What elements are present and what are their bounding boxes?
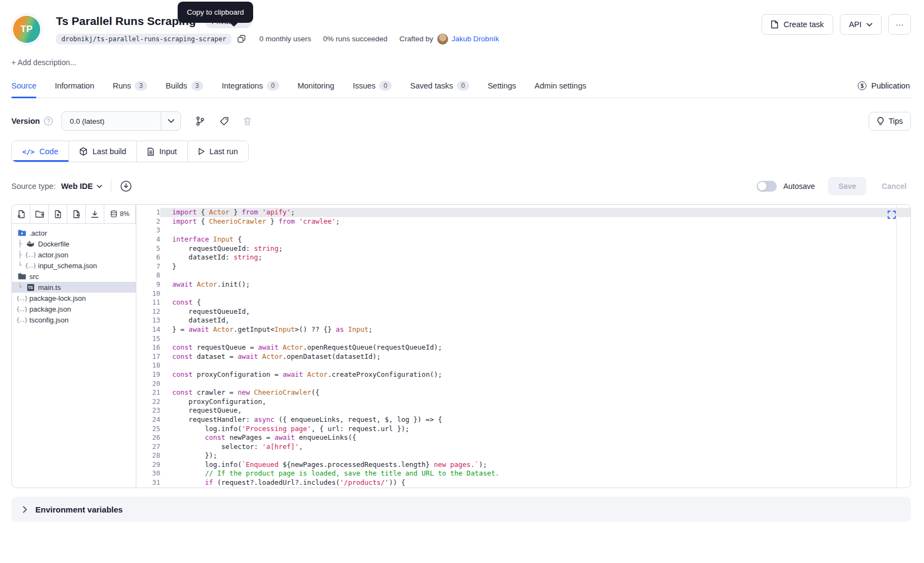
file-tree-item-main-ts[interactable]: └TSmain.ts [12,282,136,293]
more-actions-button[interactable]: ··· [888,14,911,35]
tab-settings[interactable]: Settings [488,74,516,98]
view-tab-input[interactable]: Input [136,141,187,162]
code-line[interactable]: 30 // If the product page is loaded, sav… [136,469,910,478]
line-number: 23 [136,406,160,415]
line-content: requestQueue, [160,406,910,415]
tab-source[interactable]: Source [11,74,36,98]
file-tree-item-src[interactable]: src [12,271,136,282]
code-line[interactable]: 25 log.info('Processing page', { url: re… [136,425,910,434]
tab-information[interactable]: Information [55,74,95,98]
code-line[interactable]: 4interface Input { [136,235,910,244]
line-number: 11 [136,298,160,307]
code-line[interactable]: 8 [136,271,910,280]
tab-issues[interactable]: Issues0 [353,74,392,98]
tab-monitoring[interactable]: Monitoring [298,74,335,98]
import-file-icon[interactable] [67,205,86,223]
copy-icon[interactable] [236,33,247,45]
code-line[interactable]: 2import { CheerioCrawler } from 'crawlee… [136,217,910,226]
file-tree-item--actor[interactable]: .actor [12,227,136,238]
tab-integrations[interactable]: Integrations0 [222,74,279,98]
tips-button[interactable]: Tips [869,112,911,131]
editor-scrollbar[interactable] [896,205,903,488]
file-tree-item-package-json[interactable]: {..}package.json [12,303,136,314]
code-line[interactable]: 11const { [136,298,910,307]
download-icon[interactable] [86,205,104,223]
tag-icon[interactable] [219,117,229,126]
code-line[interactable]: 23 requestQueue, [136,406,910,415]
help-icon[interactable] [44,117,53,125]
line-number: 4 [136,235,160,244]
autosave-toggle[interactable] [757,181,777,192]
add-description-link[interactable]: + Add description... [11,58,911,67]
version-select[interactable]: 0.0 (latest) [61,111,181,131]
api-button[interactable]: API [840,14,882,35]
source-type-select[interactable]: Web IDE [61,182,102,191]
tab-label: Saved tasks [410,81,453,90]
code-line[interactable]: 14} = await Actor.getInput<Input>() ?? {… [136,325,910,334]
line-content: const dataset = await Actor.openDataset(… [160,352,910,362]
upload-file-icon[interactable] [49,205,67,223]
tab-admin-settings[interactable]: Admin settings [535,74,586,98]
save-button[interactable]: Save [828,177,866,195]
view-tab-last-build[interactable]: Last build [68,141,136,162]
code-line[interactable]: 5 requestQueueId: string; [136,244,910,254]
file-name: actor.json [38,251,68,259]
tab-runs[interactable]: Runs3 [113,74,148,98]
git-branch-icon[interactable] [196,116,205,126]
code-line[interactable]: 20 [136,379,910,389]
code-line[interactable]: 12 requestQueueId, [136,307,910,317]
code-line[interactable]: 22 proxyConfiguration, [136,397,910,407]
file-tree-item-actor-json[interactable]: ├{..}actor.json [12,249,136,260]
chevron-down-icon [161,112,180,130]
environment-variables-panel[interactable]: Environment variables [11,497,911,522]
create-task-button[interactable]: Create task [762,14,833,35]
code-line[interactable]: 19const proxyConfiguration = await Actor… [136,370,910,379]
view-tab-label: Last build [92,147,126,156]
view-tab-code[interactable]: </>Code [12,141,68,162]
tree-connector: └ [18,283,26,291]
code-line[interactable]: 6 datasetId: string; [136,253,910,262]
line-number: 26 [136,433,160,442]
tab-publication[interactable]: Publication [858,74,910,98]
tab-builds[interactable]: Builds3 [166,74,203,98]
code-line[interactable]: 16const requestQueue = await Actor.openR… [136,343,910,352]
code-line[interactable]: 3 [136,226,910,235]
fullscreen-icon[interactable] [888,211,896,219]
code-line[interactable]: 17const dataset = await Actor.openDatase… [136,352,910,362]
line-number: 14 [136,325,160,334]
code-line[interactable]: 24 requestHandler: async ({ enqueueLinks… [136,415,910,425]
new-folder-icon[interactable] [30,205,49,223]
code-line[interactable]: 7} [136,262,910,271]
code-line[interactable]: 26 const newPages = await enqueueLinks({ [136,433,910,442]
tab-badge: 0 [267,81,279,91]
author-link[interactable]: Jakub Drobník [452,35,499,43]
delete-version-icon[interactable] [243,117,252,126]
code-line[interactable]: 18 [136,361,910,370]
code-line[interactable]: 27 selector: 'a[href]', [136,442,910,452]
file-tree-item-input-schema-json[interactable]: └{..}input_schema.json [12,260,136,271]
code-line[interactable]: 1import { Actor } from 'apify'; [136,208,910,217]
download-source-icon[interactable] [120,180,132,192]
code-line[interactable]: 29 log.info(`Enqueued ${newPages.process… [136,460,910,470]
code-line[interactable]: 31 if (request?.loadedUrl?.includes('/pr… [136,478,910,488]
tab-badge: 3 [191,81,204,91]
code-editor[interactable]: 1import { Actor } from 'apify';2import {… [136,205,910,488]
line-content: datasetId: string; [160,253,910,262]
file-tree-item-package-lock-json[interactable]: {..}package-lock.json [12,293,136,303]
code-line[interactable]: 13 datasetId, [136,316,910,325]
cancel-button[interactable]: Cancel [882,182,907,191]
code-line[interactable]: 21const crawler = new CheerioCrawler({ [136,388,910,397]
file-tree-item-tsconfig-json[interactable]: {..}tsconfig.json [12,314,136,325]
braces-icon: {..} [17,295,27,301]
code-line[interactable]: 15 [136,334,910,344]
author-avatar [437,34,448,45]
new-file-icon[interactable] [12,205,30,223]
line-content: const requestQueue = await Actor.openReq… [160,343,910,352]
code-line[interactable]: 10 [136,289,910,299]
tab-saved-tasks[interactable]: Saved tasks0 [410,74,469,98]
code-line[interactable]: 9await Actor.init(); [136,280,910,289]
code-line[interactable]: 28 }); [136,451,910,460]
file-tree-item-dockerfile[interactable]: ├Dockerfile [12,238,136,249]
view-tab-last-run[interactable]: Last run [187,141,248,162]
storage-usage[interactable]: 8% [104,205,136,223]
